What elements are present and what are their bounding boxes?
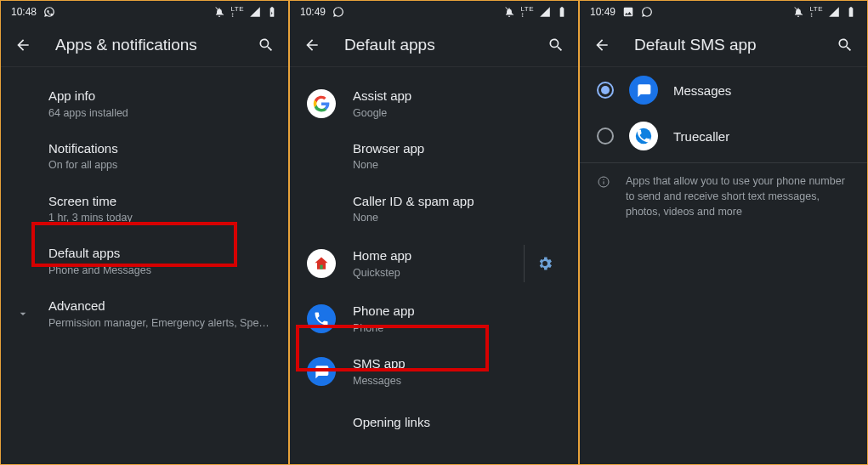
radio-unselected-icon [597, 128, 614, 145]
image-icon [622, 6, 634, 18]
pref-summary: Phone [353, 321, 564, 335]
page-title: Default SMS app [634, 36, 835, 54]
pref-screen-time[interactable]: Screen time1 hr, 3 mins today [1, 183, 288, 235]
lte-icon: LTE↕ [520, 6, 534, 18]
radio-selected-icon [597, 82, 614, 99]
pref-title: Home app [353, 247, 524, 264]
pref-caller-id-app[interactable]: Caller ID & spam appNone [290, 183, 578, 235]
option-label: Messages [673, 83, 731, 98]
pref-summary: Phone and Messages [48, 264, 275, 277]
pref-title: Opening links [353, 414, 564, 431]
chevron-down-icon [16, 307, 30, 320]
option-label: Truecaller [673, 129, 729, 144]
pref-title: Assist app [353, 88, 564, 105]
dnd-icon [503, 6, 515, 18]
page-title: Default apps [344, 36, 546, 54]
whatsapp-icon [641, 6, 653, 18]
page-title: Apps & notifications [55, 36, 256, 54]
dnd-icon [213, 6, 225, 18]
messages-icon [629, 76, 658, 105]
app-bar: Default apps [290, 23, 578, 67]
pref-home-app[interactable]: Home appQuickstep [290, 235, 578, 292]
pref-assist-app[interactable]: Assist appGoogle [290, 77, 578, 130]
signal-icon [828, 6, 840, 18]
status-time: 10:49 [300, 6, 326, 18]
screen-apps-notifications: 10:48 LTE↕ Apps & notifications App info… [0, 0, 289, 465]
pref-title: Notifications [48, 140, 275, 157]
pref-summary: Quickstep [353, 266, 524, 280]
pref-phone-app[interactable]: Phone appPhone [290, 292, 578, 345]
info-icon [597, 173, 610, 219]
status-time: 10:48 [11, 6, 37, 18]
pref-summary: None [353, 158, 564, 172]
lte-icon: LTE↕ [809, 6, 823, 18]
pref-browser-app[interactable]: Browser appNone [290, 130, 578, 183]
whatsapp-icon [332, 6, 344, 18]
screen-default-apps: 10:49 LTE↕ Default apps Assist appGoogle [289, 0, 579, 465]
pref-title: Screen time [48, 193, 275, 210]
pref-advanced[interactable]: AdvancedPermission manager, Emergency al… [1, 287, 288, 340]
battery-icon [556, 6, 568, 18]
status-bar: 10:49 LTE↕ [580, 1, 867, 23]
whatsapp-icon [43, 6, 55, 18]
back-button[interactable] [592, 35, 612, 55]
pref-app-info[interactable]: App info64 apps installed [1, 77, 288, 130]
search-button[interactable] [546, 35, 566, 55]
app-bar: Default SMS app [580, 23, 867, 67]
settings-gear-button[interactable] [524, 245, 564, 282]
radio-option-truecaller[interactable]: Truecaller [580, 113, 867, 159]
pref-title: Browser app [353, 140, 564, 157]
pref-title: Advanced [48, 298, 275, 315]
info-text: Apps that allow you to use your phone nu… [626, 173, 854, 219]
svg-point-3 [603, 179, 604, 180]
pref-title: App info [48, 88, 275, 105]
messages-icon [307, 357, 336, 386]
radio-option-messages[interactable]: Messages [580, 67, 867, 113]
pref-title: SMS app [353, 355, 564, 372]
signal-icon [539, 6, 551, 18]
pref-summary: Permission manager, Emergency alerts, Sp… [48, 316, 275, 330]
truecaller-icon [629, 122, 658, 150]
pref-summary: Messages [353, 374, 564, 388]
status-bar: 10:49 LTE↕ [290, 1, 578, 23]
search-button[interactable] [835, 35, 855, 55]
phone-icon [307, 304, 336, 333]
pref-opening-links[interactable]: Opening links [290, 398, 578, 447]
battery-icon [266, 6, 278, 18]
pref-summary: On for all apps [48, 158, 275, 172]
pref-notifications[interactable]: NotificationsOn for all apps [1, 130, 288, 183]
pref-default-apps[interactable]: Default appsPhone and Messages [1, 235, 288, 287]
pref-summary: Google [353, 106, 564, 120]
screen-default-sms-app: 10:49 LTE↕ Default SMS app Messages [579, 0, 868, 465]
status-bar: 10:48 LTE↕ [1, 1, 288, 23]
pref-summary: 64 apps installed [48, 106, 275, 120]
pref-title: Default apps [48, 245, 275, 262]
home-icon [307, 249, 336, 278]
pref-sms-app[interactable]: SMS appMessages [290, 345, 578, 398]
pref-title: Phone app [353, 303, 564, 320]
lte-icon: LTE↕ [230, 6, 244, 18]
back-button[interactable] [302, 35, 322, 55]
signal-icon [249, 6, 261, 18]
back-button[interactable] [13, 35, 33, 55]
app-bar: Apps & notifications [1, 23, 288, 67]
status-time: 10:49 [590, 6, 616, 18]
google-icon [307, 89, 336, 118]
dnd-icon [792, 6, 804, 18]
pref-title: Caller ID & spam app [353, 193, 564, 210]
battery-icon [845, 6, 857, 18]
info-footer: Apps that allow you to use your phone nu… [580, 162, 867, 230]
search-button[interactable] [256, 35, 276, 55]
pref-summary: 1 hr, 3 mins today [48, 211, 275, 224]
pref-summary: None [353, 211, 564, 224]
